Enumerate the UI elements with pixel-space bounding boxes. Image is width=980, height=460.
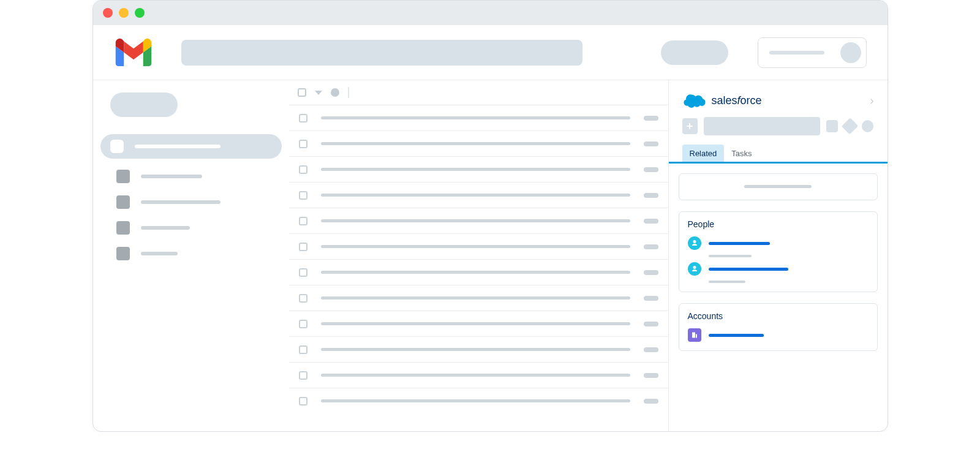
mail-subject-placeholder xyxy=(321,142,630,145)
row-checkbox[interactable] xyxy=(299,165,307,174)
sidebar-item-label xyxy=(135,145,221,148)
row-checkbox[interactable] xyxy=(299,320,307,328)
gmail-header xyxy=(93,25,888,80)
sidebar-item-label xyxy=(141,226,190,230)
person-name-link[interactable] xyxy=(709,268,788,271)
select-all-checkbox[interactable] xyxy=(298,88,306,97)
toolbar-square-icon[interactable] xyxy=(826,120,838,132)
mail-time-placeholder xyxy=(644,399,658,404)
mail-subject-placeholder xyxy=(321,245,630,248)
mail-subject-placeholder xyxy=(321,296,630,300)
mail-row[interactable] xyxy=(289,311,668,336)
refresh-icon[interactable] xyxy=(331,88,339,97)
mail-row[interactable] xyxy=(289,285,668,311)
person-subtext xyxy=(709,281,745,283)
select-dropdown-icon[interactable] xyxy=(315,91,322,95)
sidebar-item-label xyxy=(141,175,202,178)
compose-button[interactable] xyxy=(110,92,178,117)
accounts-section: Accounts xyxy=(679,303,878,351)
mail-time-placeholder xyxy=(644,322,658,326)
row-checkbox[interactable] xyxy=(299,294,307,303)
mail-row[interactable] xyxy=(289,208,668,233)
person-row[interactable] xyxy=(688,262,869,276)
row-checkbox[interactable] xyxy=(299,371,307,380)
mail-time-placeholder xyxy=(644,270,658,275)
toolbar-divider xyxy=(348,87,349,98)
mail-time-placeholder xyxy=(644,219,658,224)
mail-row[interactable] xyxy=(289,388,668,413)
sidebar-item-inbox[interactable] xyxy=(100,134,282,159)
account-row[interactable] xyxy=(688,328,869,342)
sidebar-item[interactable] xyxy=(107,241,282,266)
account-name-placeholder xyxy=(769,51,824,55)
toolbar-dot-icon[interactable] xyxy=(862,120,873,132)
app-window: salesforce › Related Tasks P xyxy=(92,0,888,432)
account-icon xyxy=(688,328,701,342)
mail-row[interactable] xyxy=(289,156,668,182)
salesforce-search-input[interactable] xyxy=(704,117,820,135)
salesforce-tabs: Related Tasks xyxy=(669,144,888,164)
close-window-button[interactable] xyxy=(103,8,113,18)
salesforce-brand-label: salesforce xyxy=(712,94,762,107)
mail-time-placeholder xyxy=(644,116,658,121)
salesforce-summary-card xyxy=(679,173,878,200)
row-checkbox[interactable] xyxy=(299,345,307,354)
summary-placeholder xyxy=(744,185,812,188)
mail-row[interactable] xyxy=(289,130,668,156)
folder-icon xyxy=(116,195,130,209)
folder-icon xyxy=(116,170,130,183)
tab-tasks[interactable]: Tasks xyxy=(724,145,759,162)
mail-subject-placeholder xyxy=(321,348,630,351)
search-input[interactable] xyxy=(181,40,582,66)
macos-titlebar xyxy=(93,1,888,25)
account-name-link[interactable] xyxy=(709,334,764,337)
mail-row[interactable] xyxy=(289,182,668,208)
mail-time-placeholder xyxy=(644,141,658,146)
sidebar-item[interactable] xyxy=(107,189,282,215)
salesforce-cloud-icon xyxy=(682,92,706,108)
gmail-sidebar xyxy=(93,80,289,431)
salesforce-header: salesforce › xyxy=(669,80,888,117)
mail-time-placeholder xyxy=(644,167,658,172)
add-record-button[interactable] xyxy=(682,118,698,134)
row-checkbox[interactable] xyxy=(299,217,307,225)
person-icon xyxy=(688,236,701,250)
person-icon xyxy=(688,262,701,276)
row-checkbox[interactable] xyxy=(299,268,307,277)
mail-row[interactable] xyxy=(289,233,668,259)
mail-row[interactable] xyxy=(289,259,668,285)
mail-time-placeholder xyxy=(644,347,658,352)
minimize-window-button[interactable] xyxy=(119,8,129,18)
mail-time-placeholder xyxy=(644,244,658,249)
people-section-title: People xyxy=(688,219,869,229)
mail-list xyxy=(289,80,668,431)
account-switcher[interactable] xyxy=(758,37,867,68)
mail-row[interactable] xyxy=(289,336,668,362)
row-checkbox[interactable] xyxy=(299,397,307,405)
row-checkbox[interactable] xyxy=(299,191,307,200)
mail-subject-placeholder xyxy=(321,374,630,377)
mail-subject-placeholder xyxy=(321,399,630,402)
inbox-icon xyxy=(110,140,124,153)
row-checkbox[interactable] xyxy=(299,243,307,251)
row-checkbox[interactable] xyxy=(299,140,307,148)
folder-icon xyxy=(116,221,130,235)
mail-time-placeholder xyxy=(644,193,658,198)
row-checkbox[interactable] xyxy=(299,114,307,123)
sidebar-item-label xyxy=(141,252,178,255)
toolbar-diamond-icon[interactable] xyxy=(842,118,859,135)
mail-subject-placeholder xyxy=(321,116,630,119)
sidebar-item[interactable] xyxy=(107,215,282,241)
person-row[interactable] xyxy=(688,236,869,250)
sidebar-item[interactable] xyxy=(107,164,282,189)
mail-row[interactable] xyxy=(289,105,668,130)
mail-subject-placeholder xyxy=(321,271,630,274)
mail-time-placeholder xyxy=(644,373,658,378)
zoom-window-button[interactable] xyxy=(135,8,145,18)
person-name-link[interactable] xyxy=(709,242,770,245)
header-action-pill[interactable] xyxy=(661,40,728,65)
folder-icon xyxy=(116,247,130,260)
tab-related[interactable]: Related xyxy=(682,145,725,162)
chevron-right-icon[interactable]: › xyxy=(870,94,874,107)
mail-row[interactable] xyxy=(289,362,668,388)
